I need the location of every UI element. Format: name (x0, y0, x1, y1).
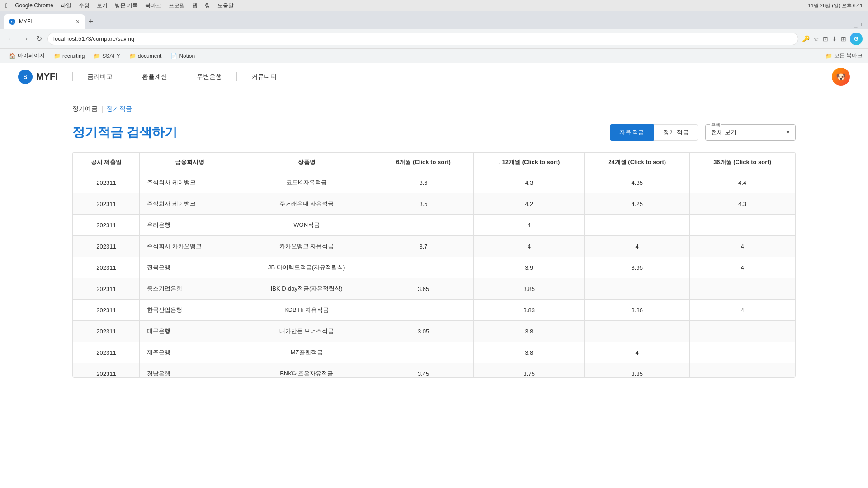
col-header-12m[interactable]: ↓12개월 (Click to sort) (474, 153, 585, 172)
mac-menu-file[interactable]: 파일 (61, 2, 71, 9)
address-bar: ← → ↻ localhost:5173/compare/saving 🔑 ☆ … (0, 29, 868, 49)
bookmark-mypage[interactable]: 🏠 마이페이지 (5, 51, 48, 61)
nav-divider-4 (236, 72, 237, 81)
cell-12m: 3.8 (474, 342, 585, 363)
bookmark-document[interactable]: 📁 document (126, 52, 165, 60)
bookmark-ssafy[interactable]: 📁 SSAFY (90, 52, 123, 60)
cell-date: 202311 (73, 215, 140, 236)
mac-bar-left:  Google Chrome 파일 수정 보기 방문 기록 북마크 프로필 탭… (5, 2, 234, 9)
cell-12m: 3.9 (474, 257, 585, 278)
chevron-down-icon: ▼ (785, 129, 791, 136)
chrome-profile-avatar[interactable]: G (850, 33, 863, 45)
col-header-company[interactable]: 금융회사명 (140, 153, 240, 172)
cell-company: 제주은행 (140, 342, 240, 363)
screenshot-icon[interactable]: ⊡ (823, 35, 828, 42)
cell-6m: 3.05 (373, 321, 473, 342)
cell-company: 중소기업은행 (140, 278, 240, 300)
mac-menu-bookmark[interactable]: 북마크 (145, 2, 161, 9)
col-header-6m[interactable]: 6개월 (Click to sort) (373, 153, 473, 172)
cell-24m (585, 321, 690, 342)
cell-date: 202311 (73, 278, 140, 300)
cell-12m: 3.75 (474, 363, 585, 378)
filter-buttons: 자유 적금 정기 적금 (610, 124, 698, 141)
col-header-product[interactable]: 상품명 (240, 153, 373, 172)
extension-icon[interactable]: ⊞ (841, 35, 846, 42)
nav-divider-3 (182, 72, 182, 81)
cell-product: 코드K 자유적금 (240, 172, 373, 193)
breadcrumb-item-2[interactable]: 정기적금 (107, 105, 132, 113)
maximize-icon[interactable]: □ (861, 22, 864, 27)
forward-button[interactable]: → (20, 33, 31, 45)
cell-36m (690, 215, 795, 236)
mac-menu-chrome[interactable]: Google Chrome (15, 2, 53, 9)
cell-24m: 3.85 (585, 363, 690, 378)
bookmark-notion[interactable]: 📄 Notion (167, 52, 198, 60)
cell-6m: 3.7 (373, 236, 473, 257)
cell-company: 주식회사 카카오뱅크 (140, 236, 240, 257)
table-row: 202311 주식회사 케이뱅크 주거래우대 자유적금 3.5 4.2 4.25… (73, 193, 795, 215)
chrome-tab-bar: S MYFI × + ⎯ □ (0, 11, 868, 29)
cell-company: 우리은행 (140, 215, 240, 236)
cell-product: BNK더조은자유적금 (240, 363, 373, 378)
table-row: 202311 한국산업은행 KDB Hi 자유적금 3.83 3.86 4 (73, 300, 795, 321)
nav-item-nearby[interactable]: 주변은행 (197, 73, 222, 81)
col-header-date[interactable]: 공시 제출일 (73, 153, 140, 172)
bookmark-recruiting[interactable]: 📁 recruiting (50, 52, 88, 60)
filter-free-savings[interactable]: 자유 적금 (610, 124, 654, 141)
cell-product: WON적금 (240, 215, 373, 236)
notion-icon: 📄 (170, 53, 177, 59)
nav-item-community[interactable]: 커뮤니티 (251, 73, 277, 81)
mac-menu-window[interactable]: 창 (205, 2, 210, 9)
tab-close-button[interactable]: × (76, 18, 80, 25)
download-icon[interactable]: ⬇ (832, 35, 837, 42)
cell-12m: 3.8 (474, 321, 585, 342)
bank-select[interactable]: 은행 전체 보기 ▼ (705, 124, 796, 141)
nav-item-rate[interactable]: 금리비교 (87, 73, 113, 81)
apple-icon:  (5, 2, 8, 9)
active-tab[interactable]: S MYFI × (4, 14, 85, 29)
bookmark-ssafy-label: SSAFY (102, 53, 120, 59)
data-table-wrapper[interactable]: 공시 제출일 금융회사명 상품명 6개월 (Click to sort) ↓12… (72, 152, 796, 378)
cell-product: IBK D-day적금(자유적립식) (240, 278, 373, 300)
app-logo[interactable]: S MYFI (18, 70, 58, 84)
cell-date: 202311 (73, 363, 140, 378)
bookmark-star-icon[interactable]: ☆ (813, 35, 819, 42)
cell-36m (690, 342, 795, 363)
cell-company: 한국산업은행 (140, 300, 240, 321)
mac-menu-help[interactable]: 도움말 (217, 2, 234, 9)
nav-divider-1 (72, 72, 73, 81)
breadcrumb-item-1[interactable]: 정기예금 (72, 105, 98, 113)
cell-12m: 4 (474, 236, 585, 257)
cell-date: 202311 (73, 172, 140, 193)
logo-icon: S (18, 70, 33, 84)
filter-regular-savings[interactable]: 정기 적금 (654, 124, 698, 141)
refresh-button[interactable]: ↻ (34, 33, 44, 45)
new-tab-button[interactable]: + (89, 14, 94, 29)
mac-menu-profile[interactable]: 프로필 (169, 2, 185, 9)
nav-item-exchange[interactable]: 환율계산 (142, 73, 167, 81)
cell-12m: 3.83 (474, 300, 585, 321)
back-button[interactable]: ← (5, 33, 16, 45)
col-header-24m[interactable]: 24개월 (Click to sort) (585, 153, 690, 172)
minimize-icon[interactable]: ⎯ (854, 22, 858, 27)
table-body: 202311 주식회사 케이뱅크 코드K 자유적금 3.6 4.3 4.35 4… (73, 172, 795, 378)
cell-12m: 4 (474, 215, 585, 236)
col-header-36m[interactable]: 36개월 (Click to sort) (690, 153, 795, 172)
recruiting-icon: 📁 (54, 53, 61, 59)
mac-bar-right: 11월 26일 (일) 오후 6:41 (808, 2, 863, 9)
mac-top-bar:  Google Chrome 파일 수정 보기 방문 기록 북마크 프로필 탭… (0, 0, 868, 11)
bank-select-label: 은행 (710, 122, 721, 128)
cell-product: 내가만든 보너스적금 (240, 321, 373, 342)
cell-12m: 4.3 (474, 172, 585, 193)
mac-menu-tab[interactable]: 탭 (192, 2, 198, 9)
all-bookmarks[interactable]: 📁 모든 북마크 (826, 52, 863, 60)
table-row: 202311 경남은행 BNK더조은자유적금 3.45 3.75 3.85 (73, 363, 795, 378)
document-icon: 📁 (129, 53, 136, 59)
cell-36m: 4 (690, 236, 795, 257)
mac-menu-view[interactable]: 보기 (97, 2, 108, 9)
user-avatar[interactable]: 🐶 (832, 68, 850, 86)
mac-menu-history[interactable]: 방문 기록 (115, 2, 138, 9)
mac-menu-edit[interactable]: 수정 (79, 2, 90, 9)
cell-6m: 3.45 (373, 363, 473, 378)
url-bar[interactable]: localhost:5173/compare/saving (47, 33, 798, 45)
